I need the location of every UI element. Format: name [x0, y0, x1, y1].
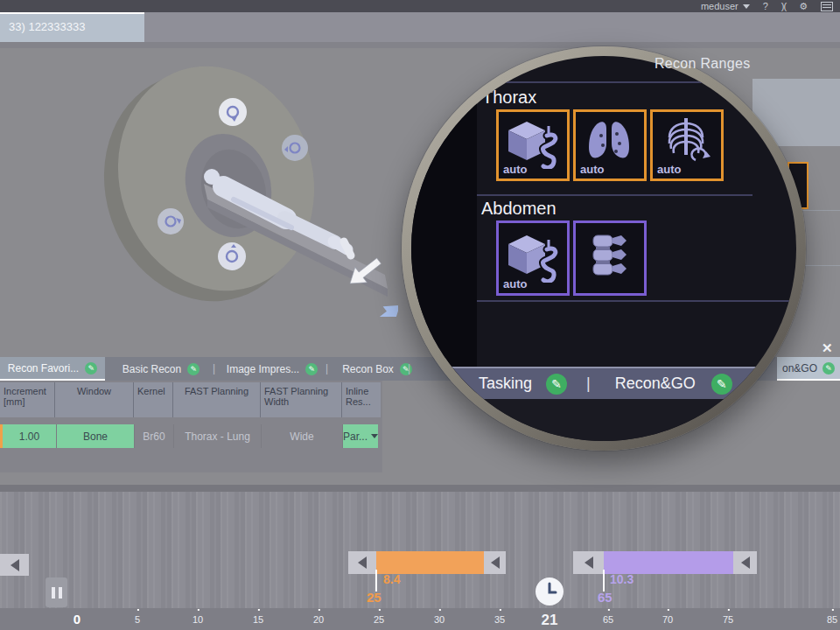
clock-icon	[535, 577, 564, 606]
col-kernel: Kernel	[134, 382, 173, 417]
slice-filmstrip	[0, 492, 840, 608]
orange-range-end-handle[interactable]	[484, 551, 506, 574]
recon-tile-spine[interactable]	[573, 220, 647, 296]
tab-separator: |	[326, 362, 328, 374]
abdomen-tile-row: auto	[496, 220, 647, 296]
col-inline-res: Inline Res...	[342, 382, 381, 417]
edit-pencil-icon[interactable]: ✎	[305, 363, 318, 375]
ruler-tick: 20	[313, 614, 324, 625]
tab-tasking[interactable]: Tasking	[479, 374, 532, 393]
section-divider	[477, 300, 796, 302]
purple-range-end-handle[interactable]	[733, 551, 757, 574]
strip-divider	[0, 42, 840, 48]
ribcage-icon	[657, 115, 715, 169]
orange-recon-range[interactable]	[376, 551, 484, 574]
application-window: meduser ? )( ⚙ 33) 122333333	[0, 0, 840, 630]
pause-button[interactable]	[46, 578, 67, 607]
user-menu[interactable]: meduser	[701, 1, 750, 11]
purple-range-start-handle[interactable]	[573, 551, 604, 574]
cell-increment[interactable]: 1.00	[3, 424, 57, 448]
ruler-tick: 10	[192, 614, 203, 625]
ruler-tick: 35	[494, 614, 505, 625]
ruler-tick: 30	[434, 614, 444, 625]
help-icon[interactable]: ?	[763, 0, 768, 12]
orange-range-start-value: 25	[367, 590, 382, 605]
loupe-content: Thorax auto	[411, 56, 796, 441]
edit-pencil-icon[interactable]: ✎	[822, 362, 835, 374]
timeline-ruler[interactable]: 0 5 10 15 20 25 30 35 65 70 75 85	[0, 608, 840, 630]
ruler-tick: 65	[603, 614, 613, 625]
orange-range-cursor	[375, 570, 377, 592]
cell-window[interactable]: Bone	[57, 424, 135, 448]
recon-tile-ribcage[interactable]: auto	[650, 109, 724, 181]
spine-icon	[583, 232, 640, 286]
section-title-abdomen: Abdomen	[481, 199, 556, 219]
ruler-tick: 70	[662, 614, 673, 625]
recon-tile-lungs[interactable]: auto	[573, 109, 647, 181]
close-icon[interactable]: ✕	[822, 340, 833, 356]
col-fast-planning: FAST Planning	[173, 382, 261, 417]
recon-tile-thorax-volume[interactable]: auto	[496, 109, 570, 181]
section-divider	[477, 194, 752, 196]
col-increment: Increment [mm]	[0, 382, 55, 417]
collapse-icon[interactable]: )(	[781, 0, 786, 12]
ruler-tick: 25	[374, 614, 384, 625]
edit-pencil-icon[interactable]: ✎	[711, 374, 732, 395]
col-window: Window	[55, 382, 134, 417]
cube-organ-icon	[503, 228, 561, 283]
recon-parameter-table: Increment [mm] Window Kernel FAST Planni…	[0, 381, 382, 472]
clock-time-label: 21	[542, 612, 558, 629]
tab-separator: |	[408, 362, 410, 374]
timeline-divider	[0, 485, 840, 492]
handle-triangle-icon	[10, 559, 19, 571]
timeline-left-handle[interactable]	[0, 554, 29, 576]
tab-basic-recon[interactable]: Basic Recon ✎	[112, 357, 210, 381]
edit-pencil-icon[interactable]: ✎	[85, 362, 97, 374]
tab-separator: |	[213, 362, 215, 374]
cell-fast-planning-width[interactable]: Wide	[262, 424, 343, 448]
edit-pencil-icon[interactable]: ✎	[187, 363, 200, 375]
lungs-icon	[580, 115, 638, 169]
tab-separator: |	[586, 374, 591, 393]
orange-range-start-handle[interactable]	[348, 551, 376, 574]
table-row: 1.00 Bone Br60 Thorax - Lung Wide Par...	[0, 424, 378, 448]
patient-tab[interactable]: 33) 122333333	[0, 12, 144, 42]
orange-range-value: 8.4	[383, 572, 400, 586]
section-title-thorax: Thorax	[482, 88, 536, 108]
magnifier-loupe: Thorax auto	[402, 46, 806, 451]
purple-range-start-value: 65	[598, 590, 612, 605]
tab-recon-go-partial[interactable]: on&GO ✎	[777, 357, 840, 381]
recon-tile-abdomen-volume[interactable]: auto	[496, 220, 570, 296]
ruler-tick: 75	[723, 614, 733, 625]
col-fast-planning-width: FAST Planning Width	[261, 382, 342, 417]
purple-range-value: 10.3	[610, 572, 634, 586]
user-name: meduser	[701, 1, 738, 11]
top-system-bar: meduser ? )( ⚙	[0, 0, 840, 12]
chevron-down-icon	[743, 4, 750, 9]
recon-ranges-title: Recon Ranges	[654, 56, 750, 72]
ruler-tick: 0	[74, 612, 80, 626]
loupe-tab-bar: Tasking ✎ | Recon&GO ✎	[411, 367, 796, 399]
cube-organ-icon	[503, 115, 561, 169]
table-header-row: Increment [mm] Window Kernel FAST Planni…	[0, 382, 381, 417]
scan-timeline: 8.4 25 10.3 65 0 5 10 15 20 25 30 35 65 …	[0, 492, 840, 630]
thorax-tile-row: auto auto	[496, 109, 724, 181]
ruler-tick: 5	[135, 614, 140, 625]
loupe-lower-area	[411, 399, 796, 441]
cell-inline-res-dropdown[interactable]: Par...	[343, 424, 378, 448]
tab-recon-go[interactable]: Recon&GO	[615, 374, 696, 393]
gear-icon[interactable]: ⚙	[799, 0, 808, 12]
ruler-tick: 15	[253, 614, 263, 625]
dropdown-caret-icon	[371, 434, 378, 438]
purple-recon-range[interactable]	[604, 551, 733, 574]
layout-icon[interactable]	[821, 2, 833, 11]
ruler-tick: 85	[827, 614, 837, 625]
tab-recon-favorites[interactable]: Recon Favori... ✎	[0, 357, 105, 381]
tab-image-impression[interactable]: Image Impres... ✎	[220, 357, 324, 381]
purple-range-cursor	[603, 570, 605, 592]
edit-pencil-icon[interactable]: ✎	[546, 374, 567, 395]
ct-scanner-illustration	[83, 54, 398, 317]
patient-tab-strip: 33) 122333333	[0, 12, 840, 42]
cell-kernel[interactable]: Br60	[135, 424, 174, 448]
cell-fast-planning[interactable]: Thorax - Lung	[174, 424, 262, 448]
